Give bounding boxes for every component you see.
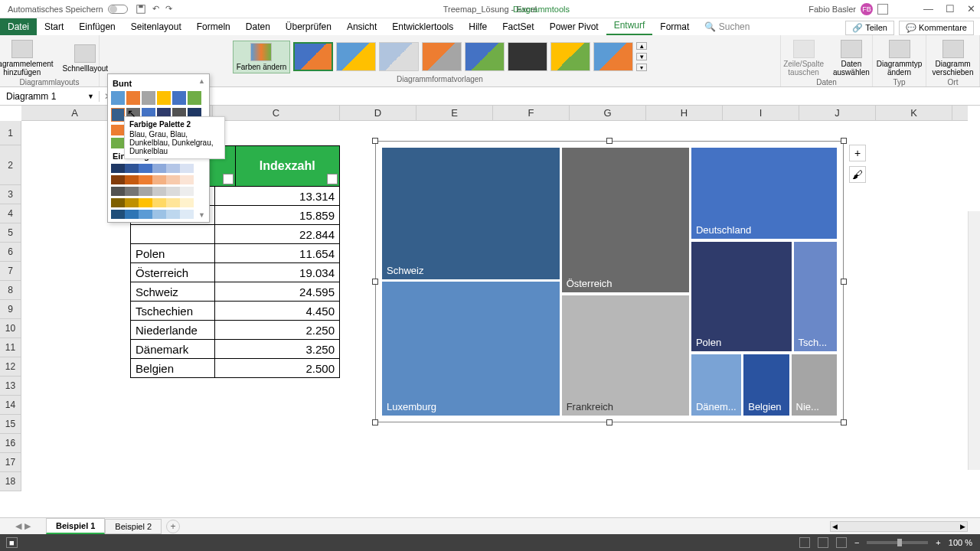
tile-schweiz[interactable]: Schweiz [382,148,560,279]
tile-deutschland[interactable]: Deutschland [691,148,837,239]
move-chart-icon [942,40,964,58]
color-swatch[interactable] [111,138,125,148]
tile-belgien[interactable]: Belgien [743,354,789,416]
add-element-icon [11,40,33,58]
tile-polen[interactable]: Polen [691,242,792,352]
mono-gray[interactable] [111,187,194,196]
filter-button-a[interactable]: ▾ [223,174,234,184]
color-swatch[interactable] [126,91,140,105]
group-type-label: Typ [893,78,905,86]
comments-button[interactable]: 💬 Kommentare [899,21,974,35]
change-colors-button[interactable]: Farben ändern [233,41,291,73]
tab-developer[interactable]: Entwicklertools [384,18,461,35]
chart-elements-button[interactable]: + [849,145,866,161]
tab-help[interactable]: Hilfe [461,18,495,35]
switch-icon [793,40,815,58]
user-name: Fabio Basler [808,5,856,14]
tab-insert[interactable]: Einfügen [71,18,122,35]
select-data-button[interactable]: Daten auswählen [830,38,873,78]
page-layout-view-icon[interactable] [818,537,828,548]
chart-styles-gallery[interactable]: ▲ ▼ ▾ [293,42,647,71]
autosave-label: Automatisches Speichern [8,5,103,14]
close-button[interactable]: ✕ [967,3,975,15]
tile-luxemburg[interactable]: Luxemburg [382,282,560,416]
group-layouts-label: Diagrammlayouts [20,78,80,86]
normal-view-icon[interactable] [799,537,810,548]
share-button[interactable]: 🔗 Teilen [845,21,894,35]
tab-format[interactable]: Format [652,18,697,35]
sheet-nav[interactable]: ◀ ▶ [0,521,46,531]
color-swatch[interactable] [142,91,155,105]
user-avatar[interactable]: FB [861,3,873,15]
dropdown-scroll-up[interactable]: ▲ [198,77,207,85]
color-swatch[interactable] [172,91,186,105]
sheet-tab-2[interactable]: Beispiel 2 [105,519,162,534]
group-loc-label: Ort [948,78,959,86]
record-macro-icon[interactable]: ■ [6,537,18,548]
mono-lightblue[interactable] [111,210,194,219]
color-swatch[interactable] [111,125,125,135]
zoom-in-button[interactable]: + [936,538,940,547]
minimize-button[interactable]: — [923,3,933,15]
vertical-scrollbar[interactable] [968,211,980,470]
tile-niederlande[interactable]: Nie... [792,354,837,416]
dropdown-scroll-down[interactable]: ▼ [198,211,207,219]
zoom-level[interactable]: 100 % [949,538,972,547]
switch-row-col-button[interactable]: Zeile/Spalte tauschen [780,38,827,78]
tab-factset[interactable]: FactSet [495,18,541,35]
horizontal-scrollbar[interactable]: ◀ ▶ [830,521,968,532]
zoom-slider[interactable] [867,541,928,544]
colors-icon [250,43,272,61]
add-chart-element-button[interactable]: Diagrammelement hinzufügen [0,38,57,78]
tile-frankreich[interactable]: Frankreich [562,295,689,416]
autosave-toggle[interactable] [108,5,128,14]
tab-data[interactable]: Daten [238,18,278,35]
tab-review[interactable]: Überprüfen [278,18,339,35]
undo-icon[interactable]: ↶ [152,4,159,15]
sheet-tab-1[interactable]: Beispiel 1 [46,518,105,534]
svg-rect-1 [139,5,142,8]
filter-button-b[interactable]: ▾ [327,174,338,184]
select-data-icon [841,40,862,58]
table-header-index: Indexzahl [260,159,315,173]
tile-tschechien[interactable]: Tsch... [794,242,837,352]
color-swatch[interactable] [157,91,171,105]
tab-design[interactable]: Entwurf [606,17,653,35]
row-headers[interactable]: 1 2 3 4 5 6 7 8 9 10 11 12 13 14 15 16 1… [0,121,21,491]
tab-view[interactable]: Ansicht [339,18,384,35]
mono-blue[interactable] [111,164,194,173]
group-styles-label: Diagrammformatvorlagen [397,75,483,83]
tab-file[interactable]: Datei [0,18,37,35]
tile-daenemark[interactable]: Dänem... [691,354,741,416]
tab-formulas[interactable]: Formeln [189,18,238,35]
name-box[interactable]: Diagramm 1▼ [0,91,100,102]
chart-type-icon [889,40,910,58]
group-data-label: Daten [816,78,837,86]
mono-gold[interactable] [111,198,194,207]
redo-icon[interactable]: ↷ [165,4,172,15]
color-swatch[interactable] [111,91,125,105]
mono-orange[interactable] [111,175,194,184]
diagram-tools-label: Diagrammtools [513,5,570,14]
chart-styles-button[interactable]: 🖌 [849,166,866,183]
save-icon[interactable] [136,4,146,15]
move-chart-button[interactable]: Diagramm verschieben [929,38,977,78]
section-bunt: Bunt [113,79,206,88]
tab-layout[interactable]: Seitenlayout [123,18,189,35]
tab-powerpivot[interactable]: Power Pivot [542,18,606,35]
tile-oesterreich[interactable]: Österreich [562,148,689,292]
color-swatch-hover[interactable] [111,108,125,122]
quick-layout-icon [74,44,96,63]
change-chart-type-button[interactable]: Diagrammtyp ändern [874,38,925,78]
ribbon-display-options-icon[interactable] [877,4,888,15]
palette-tooltip: Farbige Palette 2 Blau, Grau, Blau, Dunk… [124,116,225,159]
maximize-button[interactable]: ☐ [946,3,955,15]
page-break-view-icon[interactable] [836,537,847,548]
status-ready: ■ [0,538,18,547]
tab-start[interactable]: Start [37,18,71,35]
treemap-chart[interactable]: + 🖌 Schweiz Luxemburg Österreich Frankre… [375,141,844,422]
search-tab[interactable]: 🔍 Suchen [697,18,757,35]
add-sheet-button[interactable]: + [166,520,180,533]
zoom-out-button[interactable]: − [854,538,859,547]
